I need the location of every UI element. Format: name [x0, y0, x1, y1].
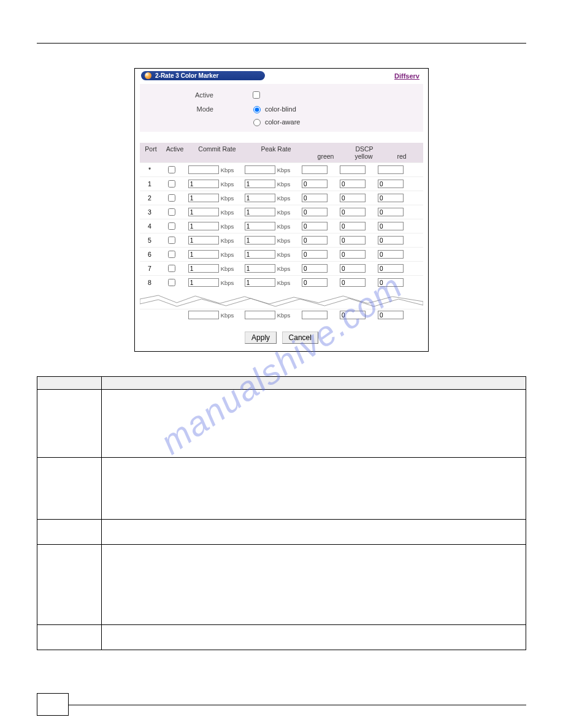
- commit-input[interactable]: [188, 264, 219, 273]
- commit-input[interactable]: [188, 208, 219, 216]
- red-input[interactable]: [378, 264, 404, 273]
- row-active-checkbox[interactable]: [168, 166, 175, 173]
- diffserv-link[interactable]: Diffserv: [394, 72, 419, 80]
- red-input[interactable]: [378, 194, 404, 202]
- yellow-input[interactable]: [340, 264, 366, 273]
- yellow-input[interactable]: [340, 165, 366, 174]
- red-input[interactable]: [378, 278, 404, 287]
- table-row: 5 Kbps Kbps: [140, 233, 423, 247]
- red-input[interactable]: [378, 250, 404, 259]
- green-input[interactable]: [302, 264, 327, 273]
- port-cell: 1: [140, 180, 159, 188]
- green-input[interactable]: [302, 222, 327, 230]
- col-peak: Peak Rate: [247, 143, 305, 162]
- peak-input[interactable]: [245, 208, 275, 216]
- desc-cell: [37, 458, 102, 520]
- commit-input[interactable]: [188, 250, 219, 259]
- desc-cell: [37, 625, 102, 650]
- row-active-checkbox[interactable]: [168, 237, 175, 244]
- col-yellow: yellow: [345, 153, 383, 160]
- table-row: 6 Kbps Kbps: [140, 247, 423, 261]
- table-row: 2 Kbps Kbps: [140, 191, 423, 205]
- commit-input[interactable]: [188, 278, 219, 287]
- yellow-input[interactable]: [340, 180, 366, 188]
- desc-cell: [102, 390, 526, 458]
- peak-input[interactable]: [245, 250, 275, 259]
- green-input[interactable]: [302, 250, 327, 259]
- green-input[interactable]: [302, 180, 327, 188]
- red-input[interactable]: [378, 208, 404, 216]
- peak-input[interactable]: [245, 222, 275, 230]
- green-input[interactable]: [302, 208, 327, 216]
- commit-input[interactable]: [188, 236, 219, 245]
- col-dscp: DSCP: [307, 145, 422, 153]
- col-active: Active: [162, 143, 188, 162]
- red-input[interactable]: [378, 222, 404, 230]
- table-row: 8 Kbps Kbps: [140, 275, 423, 289]
- green-input[interactable]: [302, 165, 327, 174]
- desc-cell: [37, 520, 102, 545]
- table-row: 7 Kbps Kbps: [140, 261, 423, 275]
- commit-input[interactable]: [188, 311, 219, 319]
- mode-blind-radio[interactable]: [253, 106, 261, 113]
- apply-button[interactable]: Apply: [245, 332, 277, 344]
- green-input[interactable]: [302, 311, 327, 319]
- desc-cell: [102, 545, 526, 625]
- col-commit: Commit Rate: [188, 143, 247, 162]
- yellow-input[interactable]: [340, 236, 366, 245]
- port-table: Port Active Commit Rate Peak Rate DSCP g…: [140, 143, 423, 289]
- yellow-input[interactable]: [340, 208, 366, 216]
- active-label: Active: [140, 91, 250, 99]
- yellow-input[interactable]: [340, 250, 366, 259]
- peak-input[interactable]: [245, 165, 275, 174]
- commit-input[interactable]: [188, 194, 219, 202]
- peak-input[interactable]: [245, 264, 275, 273]
- desc-cell: [37, 545, 102, 625]
- row-active-checkbox[interactable]: [168, 251, 175, 258]
- peak-input[interactable]: [245, 180, 275, 188]
- commit-input[interactable]: [188, 180, 219, 188]
- commit-input[interactable]: [188, 222, 219, 230]
- peak-input[interactable]: [245, 236, 275, 245]
- cancel-button[interactable]: Cancel: [282, 332, 318, 344]
- table-row: Kbps Kbps: [140, 309, 423, 320]
- green-input[interactable]: [302, 236, 327, 245]
- row-active-checkbox[interactable]: [168, 265, 175, 272]
- peak-input[interactable]: [245, 278, 275, 287]
- mode-aware-radio[interactable]: [253, 119, 261, 126]
- mode-aware-label: color-aware: [265, 118, 300, 126]
- yellow-input[interactable]: [340, 278, 366, 287]
- col-red: red: [383, 153, 421, 160]
- red-input[interactable]: [378, 165, 404, 174]
- yellow-input[interactable]: [340, 194, 366, 202]
- table-row: * Kbps Kbps: [140, 162, 423, 176]
- desc-cell: [102, 625, 526, 650]
- red-input[interactable]: [378, 236, 404, 245]
- row-active-checkbox[interactable]: [168, 180, 175, 188]
- peak-input[interactable]: [245, 194, 275, 202]
- table-row: 4 Kbps Kbps: [140, 219, 423, 233]
- title-icon: [145, 72, 151, 79]
- panel-title: 2-Rate 3 Color Marker: [141, 71, 265, 80]
- description-table: [37, 376, 526, 650]
- active-checkbox[interactable]: [253, 91, 260, 99]
- mode-label: Mode: [140, 105, 250, 113]
- row-active-checkbox[interactable]: [168, 279, 175, 286]
- peak-input[interactable]: [245, 311, 275, 319]
- port-cell: 6: [140, 251, 159, 258]
- red-input[interactable]: [378, 311, 404, 319]
- settings-block: Active Mode color-blind color-aware: [140, 84, 423, 132]
- red-input[interactable]: [378, 180, 404, 188]
- row-active-checkbox[interactable]: [168, 194, 175, 202]
- yellow-input[interactable]: [340, 311, 366, 319]
- config-panel: 2-Rate 3 Color Marker Diffserv Active Mo…: [134, 68, 429, 352]
- row-active-checkbox[interactable]: [168, 222, 175, 230]
- green-input[interactable]: [302, 278, 327, 287]
- green-input[interactable]: [302, 194, 327, 202]
- port-cell: 4: [140, 222, 159, 230]
- row-active-checkbox[interactable]: [168, 208, 175, 216]
- yellow-input[interactable]: [340, 222, 366, 230]
- commit-input[interactable]: [188, 165, 219, 174]
- port-cell: 3: [140, 208, 159, 216]
- page-tear: [140, 294, 423, 309]
